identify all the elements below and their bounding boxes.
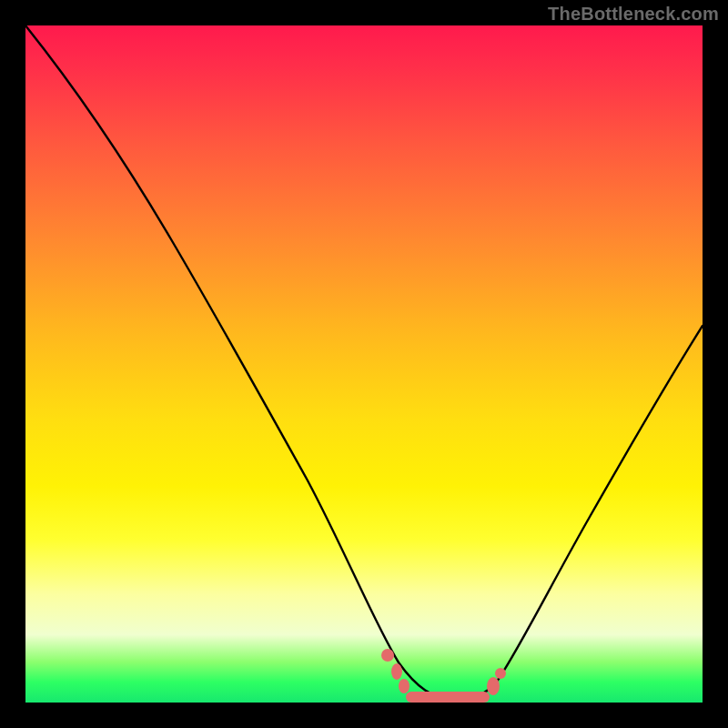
marker-dot bbox=[399, 679, 410, 693]
marker-dot bbox=[495, 668, 506, 679]
optimal-range-markers bbox=[381, 649, 506, 703]
chart-frame: TheBottleneck.com bbox=[0, 0, 728, 728]
plot-area bbox=[25, 25, 703, 703]
marker-dot bbox=[381, 649, 394, 662]
marker-dot bbox=[391, 663, 402, 680]
bottleneck-curve bbox=[25, 25, 703, 699]
marker-bar bbox=[406, 692, 490, 703]
watermark-text: TheBottleneck.com bbox=[548, 4, 719, 25]
marker-dot bbox=[487, 677, 500, 695]
chart-svg bbox=[25, 25, 703, 703]
